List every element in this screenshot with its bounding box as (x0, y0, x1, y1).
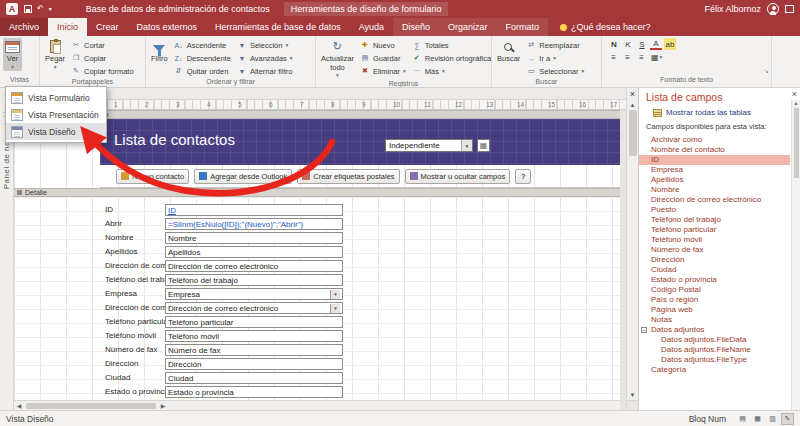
close-document-icon[interactable]: × (630, 88, 635, 100)
field-list-item[interactable]: − País o región (639, 295, 790, 305)
ribbon-tab[interactable]: Organizar (439, 18, 497, 36)
field-textbox-control[interactable]: Teléfono particular ▾ (165, 316, 343, 328)
combo-dropdown-icon[interactable]: ▾ (330, 304, 340, 313)
qat-customize-icon[interactable]: ▾ (49, 4, 52, 14)
field-list-item[interactable]: − Código Postal (639, 285, 790, 295)
ribbon-small-button[interactable]: ▼ Alternar filtro (235, 65, 298, 77)
field-label-control[interactable]: Ciudad (105, 372, 165, 384)
refresh-all-button[interactable]: ↻ Actualizar todo ▾ (319, 38, 356, 79)
scrollbar-thumb[interactable] (794, 108, 799, 178)
find-button[interactable]: Buscar (495, 38, 522, 65)
field-list-item[interactable]: − Datos adjuntos.FileType (639, 355, 790, 365)
ribbon-tab[interactable]: Herramientas de base de datos (206, 18, 350, 36)
ribbon-tab[interactable]: Archivo (0, 18, 48, 36)
ribbon-small-button[interactable]: ❐ Copiar (69, 52, 136, 64)
field-textbox-control[interactable]: Teléfono del trabajo ▾ (165, 274, 343, 286)
field-list-item[interactable]: − Ciudad (639, 265, 790, 275)
view-shortcut-button[interactable]: ▤ (736, 413, 749, 425)
chevron-down-icon[interactable]: ▾ (461, 140, 472, 151)
view-menu-item[interactable]: Vista Diseño (6, 123, 106, 140)
text-format-button[interactable]: N (608, 38, 620, 50)
field-list-item[interactable]: − Nombre del contacto (639, 145, 790, 155)
ribbon-small-button[interactable]: ▭ Seleccionar ▾ (524, 65, 586, 77)
text-format-button[interactable]: A (650, 38, 662, 50)
field-textbox-control[interactable]: Estado o provincia ▾ (165, 386, 343, 398)
help-button[interactable]: ? (515, 169, 531, 184)
field-textbox-control[interactable]: Ciudad ▾ (165, 372, 343, 384)
field-list-item[interactable]: − Dirección de correo electrónico (639, 195, 790, 205)
ribbon-small-button[interactable]: ∑ Totales (410, 39, 496, 51)
field-label-control[interactable]: Teléfono móvil (105, 330, 165, 342)
field-list-item[interactable]: − Dirección (639, 255, 790, 265)
field-label-control[interactable]: Teléfono particular (105, 316, 165, 328)
form-toolbar-button[interactable]: Nuevo contacto (116, 169, 189, 184)
show-all-tables-link[interactable]: Mostrar todas las tablas (653, 108, 751, 117)
field-label-control[interactable]: Abrir (105, 218, 165, 230)
field-label-control[interactable]: Dirección de correo electrónico (105, 260, 165, 272)
field-label-control[interactable]: Teléfono del trabajo (105, 274, 165, 286)
form-header-band[interactable]: Lista de contactos Independiente ▾ ▦ (100, 119, 620, 165)
field-label-control[interactable]: Apellidos (105, 246, 165, 258)
ribbon-tab[interactable]: Inicio (48, 18, 87, 36)
ribbon-tab[interactable]: Crear (87, 18, 128, 36)
ribbon-small-button[interactable]: Z↓ Descendente (172, 52, 233, 64)
field-label-control[interactable]: Número de fax (105, 344, 165, 356)
ribbon-tab[interactable]: Formato (497, 18, 549, 36)
field-textbox-control[interactable]: Empresa ▾ (165, 288, 343, 300)
dialog-launcher-icon[interactable]: ↘ (764, 67, 769, 74)
field-list-item[interactable]: − Número de fax (639, 245, 790, 255)
undo-icon[interactable]: ↶ (37, 4, 44, 14)
field-textbox-control[interactable]: =SiInm(EsNulo([ID]);"(Nuevo)";"Abrir") ▾ (165, 218, 343, 230)
field-textbox-control[interactable]: Número de fax ▾ (165, 344, 343, 356)
field-textbox-control[interactable]: Teléfono móvil ▾ (165, 330, 343, 342)
field-textbox-control[interactable]: ID ▾ (165, 204, 343, 216)
ribbon-small-button[interactable]: ⋯ Más ▾ (410, 65, 496, 77)
field-label-control[interactable]: Nombre (105, 232, 165, 244)
text-format-button[interactable]: S (636, 38, 648, 50)
field-list-item[interactable]: − Puesto (639, 205, 790, 215)
field-list-item[interactable]: − Categoría (639, 365, 790, 375)
field-label-control[interactable]: Dirección (105, 358, 165, 370)
text-format-button[interactable]: K (622, 38, 634, 50)
field-label-control[interactable]: Empresa (105, 288, 165, 300)
ribbon-small-button[interactable]: ▤ Guardar (358, 52, 408, 64)
field-list-item[interactable]: − Teléfono del trabajo (639, 215, 790, 225)
field-list-item[interactable]: − Teléfono móvil (639, 235, 790, 245)
ribbon-small-button[interactable]: ▼ Selección ▾ (235, 39, 298, 51)
ribbon-small-button[interactable]: ✖ Eliminar ▾ (358, 65, 408, 77)
form-title-label[interactable]: Lista de contactos (114, 131, 235, 148)
form-toolbar-button[interactable]: Crear etiquetas postales (297, 169, 399, 184)
field-label-control[interactable]: Estado o provincia (105, 386, 165, 398)
user-avatar[interactable] (767, 3, 779, 15)
view-button[interactable]: Ver ▾ (3, 38, 22, 71)
ribbon-small-button[interactable]: ✔ Revisión ortográfica (410, 52, 496, 64)
field-label-control[interactable]: Dirección de correo electrónico (105, 302, 165, 314)
ribbon-small-button[interactable]: A↓ Ascendente (172, 39, 233, 51)
field-list-item[interactable]: − Archivar como (639, 135, 790, 145)
field-label-control[interactable]: ID (105, 204, 165, 216)
field-list-item[interactable]: − Datos adjuntos.FileData (639, 335, 790, 345)
horizontal-scrollbar[interactable]: ◀ ▶ (14, 400, 620, 410)
scroll-right-icon[interactable]: ▶ (158, 402, 168, 409)
field-list-item[interactable]: − Datos adjuntos (639, 325, 790, 335)
field-list-item[interactable]: − Página web (639, 305, 790, 315)
panel-scrollbar[interactable]: ▲ (791, 100, 800, 410)
form-toolbar-button[interactable]: Agregar desde Outlook (194, 169, 292, 184)
field-list-item[interactable]: − Nombre (639, 185, 790, 195)
ribbon-tab[interactable]: Diseño (393, 18, 439, 36)
ribbon-small-button[interactable]: ⇵ Quitar orden (172, 65, 233, 77)
user-name[interactable]: Félix Albornoz (704, 4, 761, 14)
vertical-scrollbar[interactable]: × ▲ ▼ (626, 88, 638, 410)
text-format-button[interactable]: ▦ ▾ (650, 51, 663, 63)
field-list-item[interactable]: − Teléfono particular (639, 225, 790, 235)
scroll-up-icon[interactable]: ▲ (793, 100, 798, 106)
view-shortcut-button[interactable]: ▥ (766, 413, 779, 425)
view-shortcut-button[interactable]: ▦ (751, 413, 764, 425)
close-panel-icon[interactable]: × (792, 89, 797, 99)
scroll-up-icon[interactable]: ▲ (630, 100, 636, 110)
builder-button[interactable]: ▦ (477, 139, 490, 152)
text-format-button[interactable]: ab (664, 38, 676, 50)
field-textbox-control[interactable]: Dirección de correo electrónico ▾ (165, 302, 343, 314)
field-textbox-control[interactable]: Apellidos ▾ (165, 246, 343, 258)
window-control-icon[interactable] (785, 5, 794, 13)
